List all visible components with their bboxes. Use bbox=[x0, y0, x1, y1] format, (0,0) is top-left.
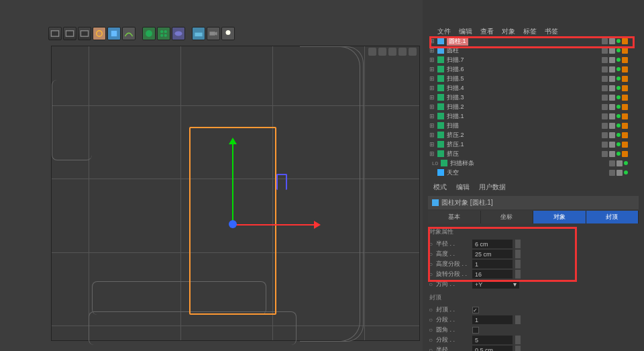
menu-edit[interactable]: 编辑 bbox=[459, 27, 472, 36]
object-name[interactable]: 扫描.5 bbox=[447, 74, 464, 83]
object-name[interactable]: 扫描样条 bbox=[450, 159, 474, 168]
object-name[interactable]: 天空 bbox=[447, 168, 459, 177]
attr-menu-userdata[interactable]: 用户数据 bbox=[479, 183, 506, 192]
spinner[interactable] bbox=[515, 240, 521, 248]
prop-value-input[interactable]: 6 cm bbox=[472, 240, 513, 248]
prop-value-input[interactable]: 5 bbox=[472, 336, 513, 344]
object-name[interactable]: 扫描.4 bbox=[447, 84, 464, 93]
menu-view[interactable]: 查看 bbox=[480, 27, 494, 36]
menu-tag[interactable]: 标签 bbox=[523, 27, 537, 36]
object-manager-list[interactable]: 圆柱.1圆柱扫描.7扫描.6扫描.5扫描.4扫描.3扫描.2扫描.1扫描挤压.2… bbox=[429, 36, 635, 177]
object-name[interactable]: 挤压 bbox=[447, 150, 459, 158]
object-row[interactable]: 挤压 bbox=[429, 149, 635, 158]
object-tags[interactable] bbox=[609, 160, 628, 166]
deform-btn[interactable] bbox=[172, 27, 185, 40]
object-name[interactable]: 扫描 bbox=[447, 121, 459, 130]
attr-menu-mode[interactable]: 模式 bbox=[433, 183, 447, 192]
property-row: ○旋转分段 . .16 bbox=[428, 269, 639, 279]
object-row[interactable]: 圆柱.1 bbox=[429, 36, 635, 46]
object-tags[interactable] bbox=[602, 85, 628, 91]
object-row[interactable]: 扫描.4 bbox=[429, 83, 635, 93]
camera-btn[interactable] bbox=[207, 27, 220, 40]
object-name[interactable]: 圆柱.1 bbox=[447, 37, 468, 46]
viewport-controls[interactable] bbox=[368, 48, 417, 56]
object-row[interactable]: 扫描 bbox=[429, 121, 635, 130]
object-tags[interactable] bbox=[602, 76, 628, 82]
object-tags[interactable] bbox=[602, 142, 628, 148]
array-btn[interactable] bbox=[157, 27, 170, 40]
prop-label: 半径 . . bbox=[436, 346, 470, 351]
spinner[interactable] bbox=[515, 250, 521, 258]
menu-bookmark[interactable]: 书签 bbox=[545, 27, 558, 36]
tab-cap[interactable]: 封顶 bbox=[586, 211, 639, 223]
attr-menu-edit[interactable]: 编辑 bbox=[456, 183, 470, 192]
prop-value-input[interactable]: 0.5 cm bbox=[472, 346, 513, 351]
object-tags[interactable] bbox=[602, 48, 628, 54]
prop-value-input[interactable]: 25 cm bbox=[472, 250, 513, 258]
prop-value-input[interactable]: 1 bbox=[472, 260, 513, 268]
object-row[interactable]: 挤压.1 bbox=[429, 140, 635, 149]
y-axis-gizmo[interactable] bbox=[232, 139, 233, 226]
render-btn-2[interactable] bbox=[63, 27, 76, 40]
object-name[interactable]: 扫描.7 bbox=[447, 56, 464, 64]
gizmo-center[interactable] bbox=[229, 220, 237, 228]
object-row[interactable]: 圆柱 bbox=[429, 46, 635, 55]
object-row[interactable]: 扫描.2 bbox=[429, 102, 635, 111]
prop-checkbox[interactable] bbox=[472, 307, 479, 313]
object-name[interactable]: 扫描.2 bbox=[447, 103, 464, 111]
tab-object[interactable]: 对象 bbox=[533, 211, 586, 223]
spinner[interactable] bbox=[515, 336, 521, 344]
object-tags[interactable] bbox=[609, 170, 628, 176]
tab-basic[interactable]: 基本 bbox=[428, 211, 481, 223]
section-object-props: 对象属性 bbox=[428, 225, 639, 239]
spline-btn[interactable] bbox=[122, 27, 136, 40]
cyl-icon bbox=[437, 47, 444, 54]
object-row[interactable]: 扫描.1 bbox=[429, 111, 635, 121]
gear-btn[interactable] bbox=[93, 27, 106, 40]
object-tags[interactable] bbox=[602, 57, 628, 63]
menu-file[interactable]: 文件 bbox=[437, 27, 451, 36]
object-name[interactable]: 挤压.1 bbox=[447, 140, 464, 149]
prop-value-input[interactable]: 16 bbox=[472, 270, 513, 279]
object-name[interactable]: 扫描.3 bbox=[447, 93, 464, 102]
object-tags[interactable] bbox=[602, 123, 628, 129]
object-name[interactable]: 扫描.6 bbox=[447, 65, 464, 74]
object-tags[interactable] bbox=[602, 113, 628, 119]
object-manager-menu[interactable]: 文件 编辑 查看 对象 标签 书签 bbox=[437, 27, 558, 36]
cube-btn[interactable] bbox=[107, 27, 121, 40]
object-tags[interactable] bbox=[602, 95, 628, 101]
prop-dropdown[interactable]: +Y▾ bbox=[472, 280, 519, 289]
attribute-menu[interactable]: 模式 编辑 用户数据 bbox=[428, 181, 639, 193]
object-tags[interactable] bbox=[602, 104, 628, 110]
spinner[interactable] bbox=[515, 346, 521, 351]
spinner[interactable] bbox=[515, 260, 521, 268]
viewport[interactable] bbox=[51, 46, 420, 341]
prop-value-input[interactable]: 1 bbox=[472, 315, 513, 324]
z-axis-gizmo[interactable] bbox=[276, 174, 287, 190]
floor-btn[interactable] bbox=[192, 27, 205, 40]
object-row[interactable]: 挤压.2 bbox=[429, 130, 635, 140]
object-name[interactable]: 圆柱 bbox=[447, 46, 459, 55]
object-row[interactable]: 扫描.7 bbox=[429, 55, 635, 64]
menu-object[interactable]: 对象 bbox=[502, 27, 515, 36]
object-row[interactable]: 扫描.5 bbox=[429, 74, 635, 83]
nurbs-btn[interactable] bbox=[142, 27, 156, 40]
object-row[interactable]: 扫描.6 bbox=[429, 64, 635, 74]
tab-coord[interactable]: 坐标 bbox=[481, 211, 534, 223]
object-name[interactable]: 扫描.1 bbox=[447, 112, 464, 121]
render-btn-3[interactable] bbox=[78, 27, 91, 40]
x-axis-gizmo[interactable] bbox=[232, 224, 319, 225]
light-btn[interactable] bbox=[221, 27, 235, 40]
object-tags[interactable] bbox=[602, 132, 628, 138]
spinner[interactable] bbox=[515, 315, 521, 324]
object-tags[interactable] bbox=[602, 38, 628, 44]
object-tags[interactable] bbox=[602, 66, 628, 72]
spinner[interactable] bbox=[515, 270, 521, 279]
object-row[interactable]: L0扫描样条 bbox=[429, 158, 635, 168]
object-row[interactable]: 扫描.3 bbox=[429, 93, 635, 102]
prop-checkbox[interactable] bbox=[472, 327, 479, 334]
render-btn-1[interactable] bbox=[48, 27, 62, 40]
object-tags[interactable] bbox=[602, 151, 628, 157]
object-row[interactable]: 天空 bbox=[429, 168, 635, 177]
object-name[interactable]: 挤压.2 bbox=[447, 131, 464, 140]
